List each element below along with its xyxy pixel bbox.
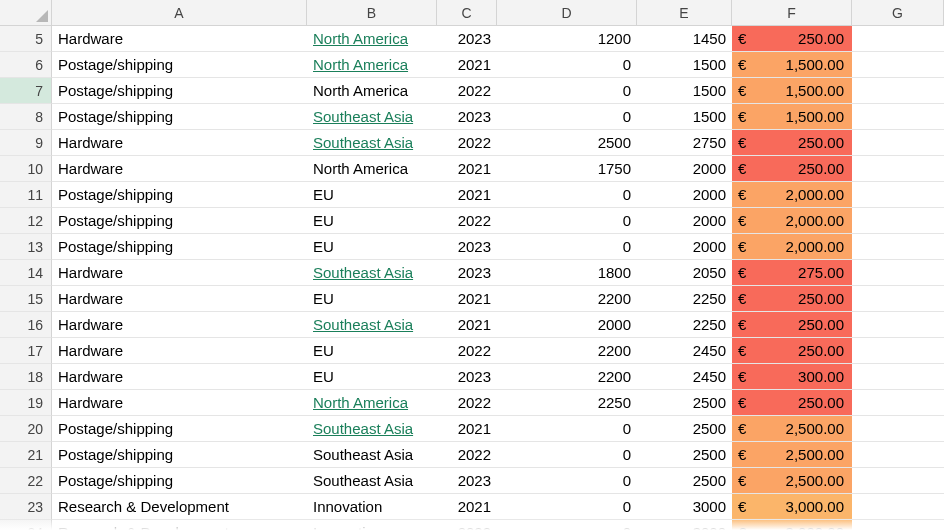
cell-value-d[interactable]: 0 bbox=[497, 442, 637, 468]
cell-amount[interactable]: €2,000.00 bbox=[732, 208, 852, 234]
cell-region[interactable]: North America bbox=[307, 26, 437, 52]
cell-region[interactable]: Southeast Asia bbox=[307, 312, 437, 338]
cell-amount[interactable]: €3,000.00 bbox=[732, 494, 852, 520]
column-header-c[interactable]: C bbox=[437, 0, 497, 26]
cell-empty-g[interactable] bbox=[852, 52, 944, 78]
cell-amount[interactable]: €250.00 bbox=[732, 390, 852, 416]
cell-value-e[interactable]: 2500 bbox=[637, 390, 732, 416]
cell-year[interactable]: 2022 bbox=[437, 520, 497, 530]
cell-region[interactable]: Innovation bbox=[307, 494, 437, 520]
row-header[interactable]: 15 bbox=[0, 286, 52, 312]
cell-category[interactable]: Postage/shipping bbox=[52, 442, 307, 468]
cell-value-e[interactable]: 2500 bbox=[637, 468, 732, 494]
row-header[interactable]: 22 bbox=[0, 468, 52, 494]
cell-region[interactable]: Southeast Asia bbox=[307, 416, 437, 442]
cell-category[interactable]: Postage/shipping bbox=[52, 78, 307, 104]
cell-amount[interactable]: €1,500.00 bbox=[732, 52, 852, 78]
cell-value-d[interactable]: 0 bbox=[497, 104, 637, 130]
cell-region[interactable]: EU bbox=[307, 338, 437, 364]
cell-value-e[interactable]: 1450 bbox=[637, 26, 732, 52]
cell-region[interactable]: Innovation bbox=[307, 520, 437, 530]
cell-empty-g[interactable] bbox=[852, 104, 944, 130]
row-header[interactable]: 18 bbox=[0, 364, 52, 390]
cell-region[interactable]: EU bbox=[307, 286, 437, 312]
column-header-b[interactable]: B bbox=[307, 0, 437, 26]
cell-amount[interactable]: €2,000.00 bbox=[732, 234, 852, 260]
cell-amount[interactable]: €3,000.00 bbox=[732, 520, 852, 530]
cell-value-d[interactable]: 0 bbox=[497, 234, 637, 260]
cell-region[interactable]: Southeast Asia bbox=[307, 130, 437, 156]
cell-year[interactable]: 2022 bbox=[437, 390, 497, 416]
cell-year[interactable]: 2022 bbox=[437, 78, 497, 104]
cell-category[interactable]: Hardware bbox=[52, 130, 307, 156]
row-header[interactable]: 12 bbox=[0, 208, 52, 234]
cell-value-e[interactable]: 1500 bbox=[637, 52, 732, 78]
cell-value-d[interactable]: 2200 bbox=[497, 364, 637, 390]
cell-category[interactable]: Postage/shipping bbox=[52, 182, 307, 208]
cell-amount[interactable]: €2,500.00 bbox=[732, 468, 852, 494]
cell-year[interactable]: 2021 bbox=[437, 416, 497, 442]
cell-empty-g[interactable] bbox=[852, 286, 944, 312]
cell-category[interactable]: Postage/shipping bbox=[52, 234, 307, 260]
row-header[interactable]: 9 bbox=[0, 130, 52, 156]
cell-category[interactable]: Hardware bbox=[52, 286, 307, 312]
column-header-a[interactable]: A bbox=[52, 0, 307, 26]
cell-empty-g[interactable] bbox=[852, 260, 944, 286]
cell-value-e[interactable]: 1500 bbox=[637, 104, 732, 130]
row-header[interactable]: 13 bbox=[0, 234, 52, 260]
cell-amount[interactable]: €2,500.00 bbox=[732, 442, 852, 468]
cell-category[interactable]: Hardware bbox=[52, 156, 307, 182]
cell-year[interactable]: 2023 bbox=[437, 260, 497, 286]
row-header[interactable]: 7 bbox=[0, 78, 52, 104]
row-header[interactable]: 10 bbox=[0, 156, 52, 182]
cell-year[interactable]: 2023 bbox=[437, 364, 497, 390]
row-header[interactable]: 14 bbox=[0, 260, 52, 286]
cell-value-d[interactable]: 0 bbox=[497, 494, 637, 520]
cell-value-e[interactable]: 2450 bbox=[637, 364, 732, 390]
cell-value-e[interactable]: 2000 bbox=[637, 234, 732, 260]
cell-value-d[interactable]: 0 bbox=[497, 78, 637, 104]
cell-value-e[interactable]: 2000 bbox=[637, 182, 732, 208]
cell-value-d[interactable]: 0 bbox=[497, 468, 637, 494]
cell-empty-g[interactable] bbox=[852, 494, 944, 520]
row-header[interactable]: 16 bbox=[0, 312, 52, 338]
row-header[interactable]: 24 bbox=[0, 520, 52, 530]
cell-amount[interactable]: €300.00 bbox=[732, 364, 852, 390]
cell-empty-g[interactable] bbox=[852, 78, 944, 104]
cell-category[interactable]: Postage/shipping bbox=[52, 416, 307, 442]
cell-empty-g[interactable] bbox=[852, 26, 944, 52]
cell-amount[interactable]: €250.00 bbox=[732, 312, 852, 338]
column-header-e[interactable]: E bbox=[637, 0, 732, 26]
cell-empty-g[interactable] bbox=[852, 208, 944, 234]
cell-year[interactable]: 2023 bbox=[437, 104, 497, 130]
cell-category[interactable]: Postage/shipping bbox=[52, 208, 307, 234]
cell-category[interactable]: Postage/shipping bbox=[52, 52, 307, 78]
cell-value-d[interactable]: 2000 bbox=[497, 312, 637, 338]
row-header[interactable]: 5 bbox=[0, 26, 52, 52]
cell-category[interactable]: Research & Development bbox=[52, 520, 307, 530]
column-header-f[interactable]: F bbox=[732, 0, 852, 26]
select-all-corner[interactable] bbox=[0, 0, 52, 26]
cell-year[interactable]: 2021 bbox=[437, 312, 497, 338]
row-header[interactable]: 11 bbox=[0, 182, 52, 208]
cell-value-d[interactable]: 1800 bbox=[497, 260, 637, 286]
cell-empty-g[interactable] bbox=[852, 468, 944, 494]
row-header[interactable]: 20 bbox=[0, 416, 52, 442]
cell-value-d[interactable]: 0 bbox=[497, 520, 637, 530]
cell-year[interactable]: 2021 bbox=[437, 494, 497, 520]
cell-value-d[interactable]: 0 bbox=[497, 52, 637, 78]
cell-value-d[interactable]: 1200 bbox=[497, 26, 637, 52]
cell-value-e[interactable]: 2450 bbox=[637, 338, 732, 364]
cell-region[interactable]: EU bbox=[307, 182, 437, 208]
cell-year[interactable]: 2021 bbox=[437, 52, 497, 78]
row-header[interactable]: 17 bbox=[0, 338, 52, 364]
cell-value-e[interactable]: 2250 bbox=[637, 286, 732, 312]
cell-year[interactable]: 2021 bbox=[437, 156, 497, 182]
cell-amount[interactable]: €1,500.00 bbox=[732, 78, 852, 104]
cell-amount[interactable]: €250.00 bbox=[732, 156, 852, 182]
cell-category[interactable]: Hardware bbox=[52, 260, 307, 286]
cell-region[interactable]: North America bbox=[307, 78, 437, 104]
cell-empty-g[interactable] bbox=[852, 338, 944, 364]
cell-empty-g[interactable] bbox=[852, 156, 944, 182]
cell-value-d[interactable]: 2500 bbox=[497, 130, 637, 156]
